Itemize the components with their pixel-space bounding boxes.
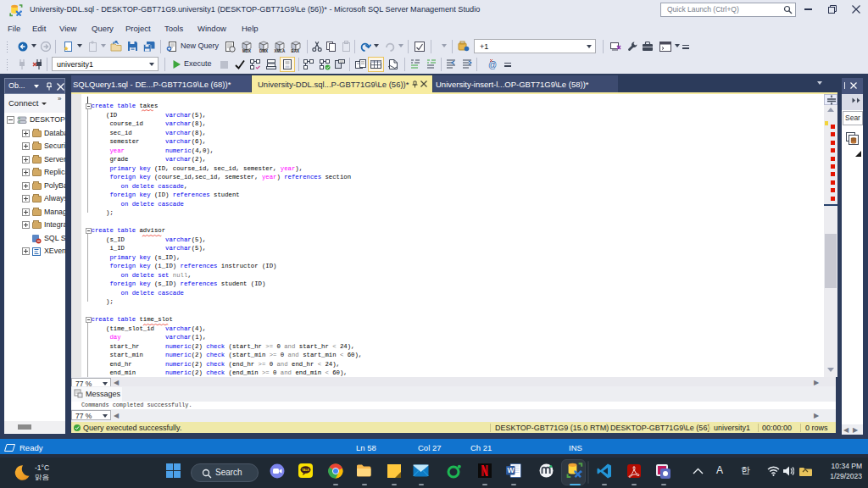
svg-text:MDX: MDX <box>242 49 251 53</box>
svg-text:W: W <box>508 466 515 474</box>
svg-text:XMLA: XMLA <box>275 49 286 53</box>
svg-text:TALK: TALK <box>302 469 309 472</box>
svg-text:DMX: DMX <box>259 49 268 53</box>
svg-text:BAX: BAX <box>292 49 300 53</box>
